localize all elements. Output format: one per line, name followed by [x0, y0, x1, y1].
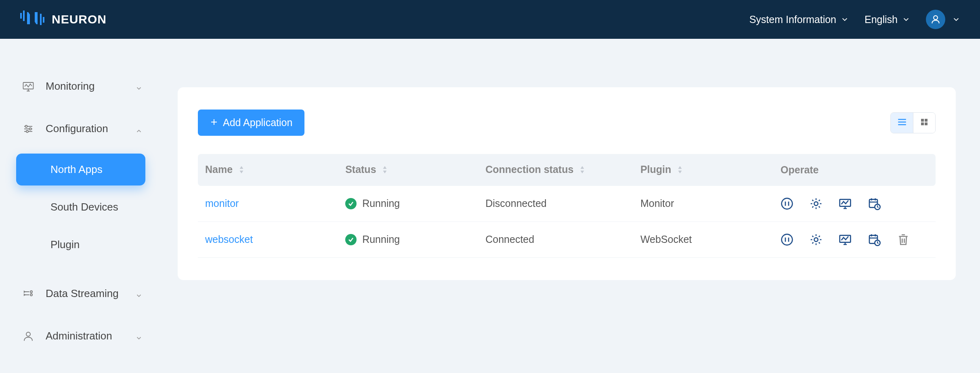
svg-point-8: [26, 130, 28, 132]
col-connection[interactable]: Connection status: [478, 154, 633, 186]
sidebar-item-plugin[interactable]: Plugin: [16, 229, 145, 261]
plus-icon: [210, 117, 218, 129]
schedule-icon: [868, 237, 881, 248]
sort-icon: [677, 164, 683, 176]
chevron-down-icon: [135, 290, 143, 298]
table-row: monitorRunningDisconnectedMonitor: [198, 186, 936, 222]
sliders-icon: [22, 123, 34, 135]
status-text: Running: [362, 234, 400, 245]
svg-rect-14: [921, 122, 924, 125]
svg-point-11: [26, 332, 30, 336]
svg-rect-2: [40, 14, 42, 25]
stream-icon: [22, 288, 34, 300]
language-menu[interactable]: English: [865, 14, 910, 25]
sidebar-item-data-streaming[interactable]: Data Streaming: [0, 278, 162, 309]
add-application-button[interactable]: Add Application: [198, 110, 304, 136]
pause-button[interactable]: [781, 197, 793, 210]
brand-name: NEURON: [52, 13, 107, 26]
svg-rect-12: [921, 119, 924, 122]
col-plugin[interactable]: Plugin: [633, 154, 773, 186]
table-row: websocketRunningConnectedWebSocket: [198, 221, 936, 257]
view-toggle: [890, 112, 936, 133]
sort-icon: [382, 164, 388, 176]
app-name-link[interactable]: monitor: [205, 198, 239, 209]
system-information-menu[interactable]: System Information: [749, 14, 848, 25]
chevron-down-icon: [135, 82, 143, 91]
header-right: System Information English: [749, 10, 960, 29]
svg-point-22: [814, 238, 818, 241]
chevron-down-icon: [841, 14, 848, 25]
sidebar-item-configuration[interactable]: Configuration: [0, 114, 162, 144]
svg-point-4: [934, 16, 938, 20]
settings-button[interactable]: [810, 197, 823, 210]
svg-point-17: [814, 202, 818, 205]
app-name-link[interactable]: websocket: [205, 234, 253, 245]
sidebar-item-administration[interactable]: Administration: [0, 321, 162, 351]
plugin-name: Monitor: [633, 186, 773, 222]
sidebar-monitoring-label: Monitoring: [46, 80, 135, 93]
pause-icon: [781, 237, 793, 248]
sort-icon: [239, 164, 244, 176]
connection-status: Connected: [478, 221, 633, 257]
sidebar-item-north-apps[interactable]: North Apps: [16, 154, 145, 185]
svg-rect-0: [20, 13, 22, 19]
sidebar-configuration-label: Configuration: [46, 122, 135, 135]
sidebar-item-south-devices[interactable]: South Devices: [16, 191, 145, 223]
schedule-icon: [868, 201, 881, 212]
gear-icon: [810, 201, 823, 212]
sidebar-configuration-subitems: North Apps South Devices Plugin: [0, 144, 162, 270]
pause-button[interactable]: [781, 233, 793, 246]
col-operate: Operate: [773, 154, 936, 186]
grid-icon: [919, 117, 929, 129]
svg-rect-1: [23, 11, 25, 21]
sidebar-plugin-label: Plugin: [50, 238, 80, 251]
add-application-label: Add Application: [223, 117, 292, 129]
main-area: Add Application: [162, 39, 980, 351]
sidebar-north-apps-label: North Apps: [50, 163, 103, 175]
sidebar-item-monitoring[interactable]: Monitoring: [0, 71, 162, 101]
monitor-icon: [22, 80, 34, 93]
logo-block: NEURON: [20, 11, 107, 28]
delete-button[interactable]: [897, 233, 910, 246]
user-icon: [22, 330, 34, 342]
col-connection-label: Connection status: [485, 164, 573, 175]
panel-toolbar: Add Application: [198, 110, 936, 136]
chevron-up-icon: [135, 125, 143, 133]
trash-icon: [897, 237, 910, 248]
user-menu[interactable]: [926, 10, 960, 29]
north-apps-panel: Add Application: [178, 87, 956, 280]
schedule-button[interactable]: [868, 197, 881, 210]
gear-icon: [810, 237, 823, 248]
chevron-down-icon: [135, 332, 143, 340]
col-status[interactable]: Status: [338, 154, 478, 186]
grid-view-button[interactable]: [913, 113, 935, 133]
list-icon: [897, 117, 907, 129]
svg-point-21: [782, 234, 793, 245]
list-view-button[interactable]: [891, 113, 913, 133]
col-status-label: Status: [345, 164, 376, 175]
pause-icon: [781, 201, 793, 212]
svg-rect-13: [925, 119, 928, 122]
apps-table: Name Status Connection sta: [198, 154, 936, 258]
status-ok-icon: [345, 198, 357, 209]
sidebar-data-streaming-label: Data Streaming: [46, 287, 135, 300]
svg-point-6: [25, 125, 27, 127]
stats-button[interactable]: [839, 233, 852, 246]
chart-icon: [839, 201, 852, 212]
schedule-button[interactable]: [868, 233, 881, 246]
logo-icon: [20, 11, 44, 28]
system-information-label: System Information: [749, 14, 836, 25]
sidebar-administration-label: Administration: [46, 330, 135, 342]
svg-point-16: [782, 198, 793, 209]
avatar: [926, 10, 945, 29]
user-icon: [930, 14, 941, 25]
sidebar-south-devices-label: South Devices: [50, 201, 118, 213]
svg-point-7: [29, 128, 31, 130]
svg-rect-15: [925, 122, 928, 125]
settings-button[interactable]: [810, 233, 823, 246]
col-name[interactable]: Name: [198, 154, 338, 186]
svg-rect-3: [43, 17, 44, 23]
app-header: NEURON System Information English: [0, 0, 980, 39]
stats-button[interactable]: [839, 197, 852, 210]
status-text: Running: [362, 198, 400, 209]
